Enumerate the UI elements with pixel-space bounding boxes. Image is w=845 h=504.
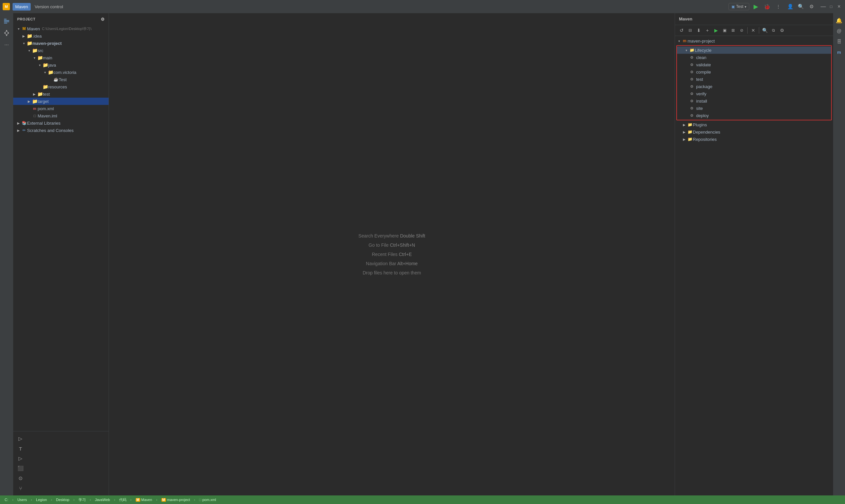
status-path-pomxml[interactable]: □ pom.xml: [197, 498, 218, 502]
maven-refresh-btn[interactable]: ↺: [677, 26, 686, 34]
settings-button[interactable]: ⚙: [807, 2, 816, 11]
tool3-icon[interactable]: ▷: [16, 454, 25, 463]
activity-more[interactable]: ···: [1, 40, 12, 50]
tool4-icon[interactable]: ⬛: [16, 464, 25, 473]
maximize-button[interactable]: □: [828, 3, 834, 10]
tree-item-idea[interactable]: ▶ 📁 .idea: [13, 32, 109, 40]
tree-item-maven-project[interactable]: ▾ 📁 maven-project: [13, 40, 109, 47]
maven-test-item[interactable]: ⚙ test: [677, 75, 831, 83]
tree-item-scratches[interactable]: ▶ ✏ Scratches and Consoles: [13, 127, 109, 134]
maven-dependencies-item[interactable]: ▶ 📁 Dependencies: [675, 128, 833, 136]
run-button[interactable]: ▶: [751, 2, 760, 11]
maven-install-item[interactable]: ⚙ install: [677, 97, 831, 105]
tree-item-resources[interactable]: 📁 resources: [13, 83, 109, 90]
status-path-users[interactable]: Users: [16, 498, 29, 502]
maven-repositories-item[interactable]: ▶ 📁 Repositories: [675, 136, 833, 143]
maven-sep2: [759, 27, 759, 34]
maven-skip-btn[interactable]: ⊘: [738, 26, 746, 34]
maven-group-btn[interactable]: ⧉: [770, 26, 777, 34]
tree-item-src[interactable]: ▾ 📁 src: [13, 47, 109, 54]
expand-arrow: ▾: [42, 70, 48, 75]
menu-version-control[interactable]: Version control: [32, 3, 66, 11]
maven-root-icon: m: [682, 38, 688, 44]
status-path-javaweb[interactable]: JavaWeb: [93, 498, 112, 502]
sidebar-collapse-icon[interactable]: ⚙: [101, 17, 105, 22]
hint-shortcut: Double Shift: [400, 233, 425, 238]
search-button[interactable]: 🔍: [796, 2, 805, 11]
maven-root-item[interactable]: ▾ m maven-project: [675, 37, 833, 44]
hint-search: Search Everywhere Double Shift: [358, 233, 425, 238]
hint-label: Drop files here to open them: [363, 270, 421, 275]
maven-compile-item[interactable]: ⚙ compile: [677, 68, 831, 75]
close-button[interactable]: ×: [836, 3, 842, 10]
folder-java-icon: 📁: [42, 62, 48, 68]
tool2-icon[interactable]: T: [16, 444, 25, 453]
maven-package-item[interactable]: ⚙ package: [677, 83, 831, 90]
activity-structure[interactable]: [1, 28, 12, 38]
hint-shortcut: Alt+Home: [398, 261, 418, 266]
tool5-icon[interactable]: ⊙: [16, 474, 25, 483]
activity-project[interactable]: [1, 16, 12, 26]
maven-settings-btn[interactable]: ⚙: [778, 26, 786, 34]
maven-title: Maven: [679, 17, 692, 21]
maven-toolbar: ↺ ⊟ ⬇ + ▶ ▣ ⊠ ⊘ ✕ 🔍 ⧉ ⚙: [675, 25, 833, 36]
maven-cancel-btn[interactable]: ✕: [749, 26, 757, 34]
maven-collapse-btn[interactable]: ⊟: [686, 26, 694, 34]
bookmarks-icon[interactable]: @: [834, 26, 844, 36]
maven-add-btn[interactable]: +: [703, 26, 711, 34]
tree-item-target[interactable]: ▶ 📁 target: [13, 97, 109, 105]
tree-label: .idea: [32, 34, 41, 39]
more-run-options[interactable]: ⋮: [774, 2, 783, 11]
plugins-icon: 📁: [687, 122, 693, 128]
status-path-legion[interactable]: Legion: [34, 498, 49, 502]
tree-item-pom[interactable]: m pom.xml: [13, 105, 109, 112]
hint-recent-files: Recent Files Ctrl+E: [372, 252, 412, 257]
menu-maven[interactable]: Maven: [13, 3, 31, 11]
run-config-selector[interactable]: ▣ Test ▾: [728, 3, 749, 10]
tree-item-java[interactable]: ▾ 📁 java: [13, 61, 109, 69]
file-tree: ▾ M Maven C:\Users\Legion\Desktop\学习\ ▶ …: [13, 25, 109, 431]
tree-item-test-class[interactable]: ☕ Test: [13, 76, 109, 83]
minimize-button[interactable]: —: [820, 3, 827, 10]
profile-button[interactable]: 👤: [786, 2, 795, 11]
folder-icon: 📁: [32, 48, 38, 53]
tree-item-maven-iml[interactable]: □ Maven.iml: [13, 112, 109, 120]
goal-icon: ⚙: [689, 54, 695, 60]
maven-deploy-item[interactable]: ⚙ deploy: [677, 112, 831, 119]
maven-download-btn[interactable]: ⬇: [695, 26, 703, 34]
maven-clean-item[interactable]: ⚙ clean: [677, 54, 831, 61]
tree-item-test-folder[interactable]: ▶ 📁 test: [13, 90, 109, 97]
status-path-maven-project[interactable]: M maven-project: [159, 498, 192, 502]
iml-icon: □: [32, 113, 38, 119]
maven-run-debug-btn[interactable]: ▣: [721, 26, 728, 34]
status-path-desktop[interactable]: Desktop: [54, 498, 71, 502]
m-label: Plugins: [693, 122, 707, 127]
tree-item-main[interactable]: ▾ 📁 main: [13, 54, 109, 61]
app-icon: M: [3, 3, 10, 10]
tree-item-external-libs[interactable]: ▶ 📚 External Libraries: [13, 120, 109, 127]
tree-item-com-victoria[interactable]: ▾ 📁 com.victoria: [13, 69, 109, 76]
maven-validate-item[interactable]: ⚙ validate: [677, 61, 831, 68]
m-label: package: [696, 84, 712, 89]
maven-verify-item[interactable]: ⚙ verify: [677, 90, 831, 97]
tool6-icon[interactable]: ⑂: [16, 484, 25, 493]
status-path-maven[interactable]: M Maven: [134, 498, 154, 502]
maven-site-item[interactable]: ⚙ site: [677, 105, 831, 112]
maven-run-btn[interactable]: ▶: [712, 26, 720, 34]
maven-search-btn[interactable]: 🔍: [761, 26, 769, 34]
maven-panel-header: Maven: [675, 13, 833, 25]
tree-label: Scratches and Consoles: [27, 128, 74, 133]
run-tool-icon[interactable]: ▷: [16, 434, 25, 443]
database-icon[interactable]: 🗄: [834, 37, 844, 46]
m-label: maven-project: [688, 39, 715, 43]
notifications-icon[interactable]: 🔔: [834, 16, 844, 25]
status-git[interactable]: C:: [3, 498, 10, 502]
maven-plugins-item[interactable]: ▶ 📁 Plugins: [675, 121, 833, 128]
status-path-study[interactable]: 学习: [76, 498, 88, 502]
maven-lifecycle-item[interactable]: ▾ 📁 Lifecycle: [677, 47, 831, 54]
maven-side-icon[interactable]: m: [834, 48, 844, 57]
status-path-code[interactable]: 代码: [117, 498, 128, 502]
maven-toggle-btn[interactable]: ⊠: [729, 26, 737, 34]
tree-item-maven-root[interactable]: ▾ M Maven C:\Users\Legion\Desktop\学习\: [13, 25, 109, 32]
debug-button[interactable]: 🐞: [762, 2, 772, 11]
